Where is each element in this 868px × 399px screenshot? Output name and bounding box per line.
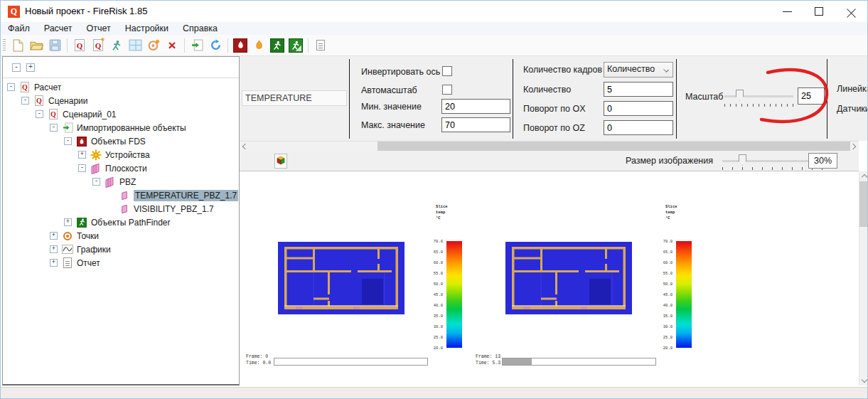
save-project-button[interactable]	[47, 38, 63, 53]
maximize-icon	[815, 7, 823, 16]
report-icon	[62, 257, 73, 269]
title-bar: Q Новый проект - FireRisk 1.85	[1, 1, 867, 22]
menu-report[interactable]: Отчет	[80, 23, 118, 33]
expand-toggle-icon[interactable]: +	[50, 259, 58, 267]
scroll-down-icon[interactable]	[862, 377, 867, 383]
tree-item-report[interactable]: + Отчет	[3, 256, 239, 270]
menu-calculation[interactable]: Расчет	[37, 23, 80, 33]
expand-toggle-icon[interactable]: +	[78, 151, 86, 159]
menu-file[interactable]: Файл	[1, 23, 37, 33]
image-size-bar: Размер изображения 30%	[240, 151, 859, 171]
collapse-toggle-icon[interactable]: -	[78, 164, 86, 172]
collapse-toggle-icon[interactable]: -	[92, 178, 100, 186]
target-point-button[interactable]	[146, 38, 161, 53]
collapse-toggle-icon[interactable]: -	[36, 110, 43, 118]
chevron-down-icon	[663, 67, 669, 73]
scale-value-field[interactable]	[798, 87, 825, 105]
tree-item-label: Расчет	[34, 83, 61, 92]
report-button[interactable]	[313, 38, 328, 53]
colorbar-labels: 70.065.0 60.055.0 50.045.0 40.035.0 30.0…	[416, 236, 443, 353]
image-size-value-field[interactable]: 30%	[808, 153, 837, 169]
q-add-document-button[interactable]: Q*	[90, 38, 106, 53]
viewer-vertical-scrollbar[interactable]	[859, 171, 868, 385]
plane-icon	[119, 190, 130, 201]
colorbar	[676, 241, 692, 348]
tree-item-imported-objects[interactable]: - Импортированные объекты	[3, 121, 239, 134]
expand-toggle-icon[interactable]: +	[50, 232, 58, 240]
menu-settings[interactable]: Настройки	[118, 23, 176, 33]
tree-item-raschet[interactable]: - Q Расчет	[3, 80, 239, 94]
tree-item-graphs[interactable]: + Графики	[3, 243, 239, 256]
tree-item-temperature-pbz[interactable]: TEMPERATURE_PBZ_1.7	[3, 188, 239, 202]
max-value-field[interactable]	[441, 117, 510, 132]
rotate-ox-field[interactable]	[604, 101, 673, 116]
scroll-right-icon[interactable]	[850, 144, 856, 149]
tree-item-devices[interactable]: + Устройства	[3, 148, 239, 161]
tree-item-planes[interactable]: - Плоскости	[3, 161, 239, 175]
slice-name-field[interactable]	[242, 90, 347, 106]
refresh-button[interactable]	[208, 38, 223, 53]
report-icon	[316, 40, 325, 50]
import-objects-button[interactable]	[189, 38, 205, 53]
tree-item-pbz[interactable]: - PBZ	[3, 175, 239, 188]
tree-item-scenarios[interactable]: - Q Сценарии	[3, 94, 239, 107]
fire-button[interactable]	[251, 38, 267, 53]
q-document-button[interactable]: Q	[72, 38, 87, 53]
collapse-toggle-icon[interactable]: -	[50, 124, 58, 132]
q-document-icon: Q	[19, 82, 31, 93]
vertical-scroll-thumb[interactable]	[859, 181, 868, 227]
tree-item-visibility-pbz[interactable]: VISIBILITY_PBZ_1.7	[3, 202, 239, 216]
frames-mode-value: Количество	[607, 64, 655, 74]
image-size-slider-thumb[interactable]	[739, 154, 746, 166]
colorbar	[446, 241, 462, 348]
menu-help[interactable]: Справка	[176, 23, 225, 33]
collapse-toggle-icon[interactable]: -	[64, 137, 72, 145]
new-document-button[interactable]	[10, 38, 26, 53]
tree-item-label: Плоскости	[105, 164, 147, 174]
open-project-button[interactable]	[28, 38, 44, 53]
slice-progress-bar[interactable]	[274, 358, 428, 366]
scroll-up-icon[interactable]	[862, 174, 867, 180]
divider	[513, 59, 513, 139]
fds-objects-button[interactable]	[232, 38, 248, 53]
tree-item-fds-objects[interactable]: - Объекты FDS	[3, 134, 239, 148]
import-arrow-icon	[191, 39, 203, 51]
collapse-toggle-icon[interactable]: -	[7, 83, 15, 91]
minimize-button[interactable]	[771, 1, 803, 21]
count-field[interactable]	[604, 82, 673, 97]
invert-axis-checkbox[interactable]	[442, 66, 452, 76]
tree-item-scenario-01[interactable]: - Q Сценарий_01	[3, 107, 239, 121]
expand-toggle-icon[interactable]: +	[64, 218, 72, 226]
image-size-slider[interactable]	[722, 160, 822, 162]
scale-label: Масштаб	[685, 92, 723, 102]
colorbar-labels: 70.065.0 60.055.0 50.045.0 40.035.0 30.0…	[645, 236, 673, 353]
scroll-left-icon[interactable]	[242, 144, 248, 149]
collapse-all-button[interactable]: -	[12, 63, 21, 72]
frames-mode-select[interactable]: Количество	[604, 62, 673, 78]
toolbar-grip[interactable]	[3, 39, 6, 52]
maximize-button[interactable]	[803, 1, 835, 21]
min-value-field[interactable]	[441, 99, 510, 114]
delete-button[interactable]: ×	[164, 38, 180, 53]
pathfinder-run-button[interactable]	[288, 38, 304, 53]
pathfinder-objects-button[interactable]	[269, 38, 285, 53]
scale-slider-thumb[interactable]	[736, 90, 744, 101]
settings-horizontal-scrollbar[interactable]	[240, 141, 859, 151]
close-button[interactable]	[835, 1, 867, 21]
expand-toggle-icon[interactable]: +	[50, 245, 58, 253]
autoscale-checkbox[interactable]	[442, 85, 452, 95]
runner-button[interactable]	[109, 38, 124, 53]
status-bar	[1, 387, 867, 399]
toolbar-separator	[227, 38, 228, 53]
collapse-toggle-icon[interactable]: -	[21, 97, 29, 105]
tree-item-pathfinder-objects[interactable]: + Объекты PathFinder	[3, 216, 239, 229]
3d-cube-icon[interactable]	[274, 154, 287, 169]
horizontal-scroll-thumb[interactable]	[377, 142, 850, 151]
plane-icon	[119, 203, 130, 215]
scale-slider[interactable]	[724, 95, 793, 97]
tree-item-points[interactable]: + Точки	[3, 229, 239, 243]
floor-plan-button[interactable]	[127, 38, 143, 53]
rotate-oz-field[interactable]	[604, 120, 673, 135]
expand-all-button[interactable]: +	[26, 63, 35, 72]
slice-progress-bar[interactable]	[502, 358, 656, 366]
